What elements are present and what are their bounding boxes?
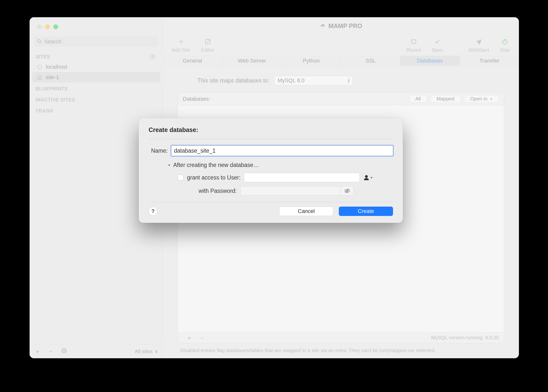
dialog-footer: ? Cancel Create <box>149 202 393 216</box>
after-label: After creating the new database… <box>173 162 259 168</box>
password-row: with Password: <box>149 186 393 196</box>
grant-access-checkbox[interactable] <box>178 175 184 180</box>
create-button[interactable]: Create <box>339 207 393 216</box>
database-name-input[interactable] <box>171 146 393 156</box>
cancel-button[interactable]: Cancel <box>279 207 333 216</box>
name-label: Name: <box>149 147 168 154</box>
dialog-title: Create database: <box>149 126 393 133</box>
toggle-password-visibility[interactable] <box>341 186 353 195</box>
chevron-down-icon: ▾ <box>371 176 372 180</box>
password-field-wrap <box>240 186 354 196</box>
after-creating-disclosure[interactable]: ▾ After creating the new database… <box>149 162 393 168</box>
user-input[interactable] <box>244 173 360 182</box>
password-input[interactable] <box>240 186 341 195</box>
grant-label: grant access to User: <box>187 174 240 181</box>
divider <box>149 139 393 139</box>
create-database-dialog: Create database: Name: ▾ After creating … <box>139 118 403 223</box>
chevron-down-icon: ▾ <box>168 163 170 167</box>
name-row: Name: <box>149 146 393 156</box>
user-picker-button[interactable]: ▾ <box>363 174 372 181</box>
password-label: with Password: <box>178 188 237 194</box>
grant-row: grant access to User: ▾ <box>149 173 393 182</box>
svg-point-9 <box>365 175 368 178</box>
help-button[interactable]: ? <box>149 207 157 216</box>
